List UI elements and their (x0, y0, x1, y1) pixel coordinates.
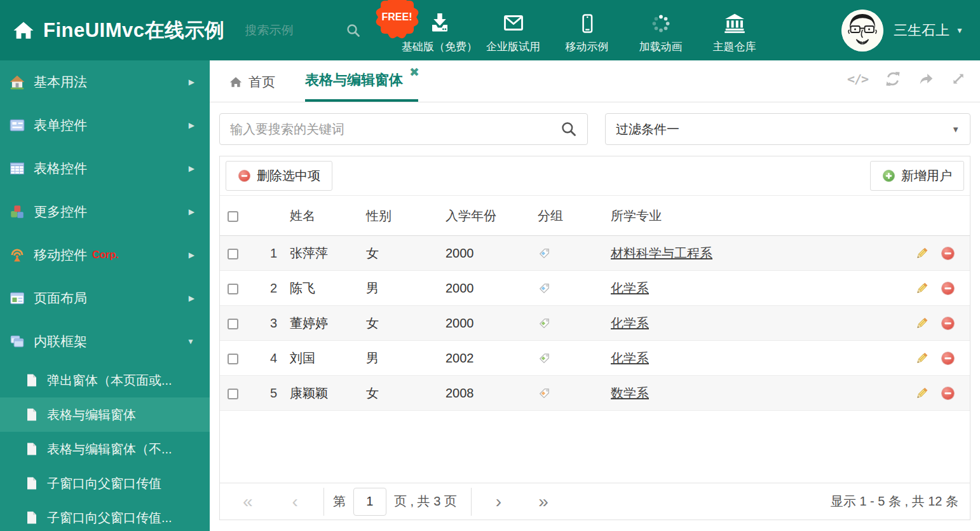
page-icon (25, 476, 38, 490)
cell-name: 董婷婷 (283, 315, 360, 332)
table-body: 1 张萍萍 女 2000 材料科学与工程系 (220, 236, 970, 411)
refresh-icon[interactable] (885, 71, 901, 87)
minus-circle-icon (238, 169, 251, 183)
col-header-group[interactable]: 分组 (531, 207, 604, 224)
sidebar-subitem[interactable]: 子窗口向父窗口传值 (0, 466, 210, 500)
row-number: 2 (255, 281, 283, 296)
app-header: FineUIMvc在线示例 FREE! 基础版（免费） (0, 0, 980, 60)
delete-row-icon[interactable] (941, 281, 955, 296)
nav-theme-repo[interactable]: 主题仓库 (699, 6, 770, 54)
delete-selected-button[interactable]: 删除选中项 (226, 161, 332, 191)
sidebar-submenu: 弹出窗体（本页面或... 表格与编辑窗体 (0, 363, 210, 531)
tab-active-grid-edit-window[interactable]: 表格与编辑窗体 ✖ (305, 71, 403, 90)
maximize-icon[interactable] (951, 71, 966, 86)
edit-pencil-icon[interactable] (915, 316, 929, 331)
row-checkbox[interactable] (228, 249, 238, 259)
tab-home[interactable]: 首页 (229, 73, 275, 91)
first-page-button[interactable]: « (243, 493, 253, 511)
major-link[interactable]: 数学系 (611, 386, 649, 400)
source-code-icon[interactable]: </> (847, 71, 868, 86)
tab-close-icon[interactable]: ✖ (409, 65, 419, 79)
edit-pencil-icon[interactable] (915, 246, 929, 261)
free-badge: FREE! (378, 0, 417, 37)
form-icon (9, 117, 25, 134)
delete-row-icon[interactable] (941, 386, 955, 401)
pagination-bar: « ‹ 第 页 , 共 3 页 › » 显示 1 - 5 条 , 共 12 条 (220, 483, 970, 520)
table-row: 4 刘国 男 2002 化学系 (220, 341, 970, 376)
nav-mobile-demo[interactable]: 移动示例 (552, 6, 623, 54)
major-link[interactable]: 化学系 (611, 316, 649, 330)
sidebar-subitem[interactable]: 子窗口向父窗口传值... (0, 500, 210, 531)
cell-name: 刘国 (283, 350, 360, 367)
page-icon (25, 442, 38, 456)
prev-page-button[interactable]: ‹ (292, 493, 298, 511)
tag-icon (531, 352, 604, 365)
app-logo[interactable]: FineUIMvc在线示例 (13, 17, 225, 44)
sidebar-item-basic-usage[interactable]: 基本用法 ▶ (0, 60, 210, 104)
major-link[interactable]: 化学系 (611, 351, 649, 365)
major-link[interactable]: 材料科学与工程系 (611, 246, 712, 260)
col-header-gender[interactable]: 性别 (360, 207, 439, 224)
delete-row-icon[interactable] (941, 246, 955, 261)
keyword-search-input[interactable] (220, 122, 561, 137)
select-all-checkbox[interactable] (228, 211, 238, 222)
page-suffix-label: 页 , 共 3 页 (394, 493, 457, 510)
sidebar-subitem[interactable]: 表格与编辑窗体（不... (0, 432, 210, 466)
corp-badge: Corp. (92, 249, 119, 261)
cubes-icon (9, 203, 25, 220)
chevron-down-icon: ▼ (187, 337, 194, 346)
grid-panel: 删除选中项 新增用户 姓名 性别 入学年份 分组 所学专业 (219, 156, 970, 520)
row-checkbox[interactable] (228, 354, 238, 364)
home-icon (13, 20, 34, 41)
main-content: 首页 表格与编辑窗体 ✖ </> (210, 60, 980, 531)
plus-circle-icon (882, 169, 895, 183)
user-menu[interactable]: 三生石上 ▼ (841, 10, 963, 52)
sidebar-item-more-controls[interactable]: 更多控件 ▶ (0, 190, 210, 233)
row-checkbox[interactable] (228, 319, 238, 329)
nav-basic-version[interactable]: FREE! 基础版（免费） (404, 6, 475, 54)
download-icon (428, 6, 451, 34)
edit-pencil-icon[interactable] (915, 281, 929, 296)
delete-row-icon[interactable] (941, 316, 955, 331)
col-header-name[interactable]: 姓名 (283, 207, 360, 224)
nav-enterprise-trial[interactable]: 企业版试用 (478, 6, 549, 54)
major-link[interactable]: 化学系 (611, 281, 649, 295)
cell-gender: 女 (360, 245, 439, 262)
filter-dropdown[interactable]: 过滤条件一 ▼ (605, 113, 970, 145)
mobile-icon (576, 6, 598, 34)
table-row: 3 董婷婷 女 2000 化学系 (220, 306, 970, 341)
search-icon[interactable] (346, 23, 361, 38)
cell-year: 2002 (439, 351, 531, 366)
col-header-major[interactable]: 所学专业 (604, 207, 900, 224)
sidebar-item-form-controls[interactable]: 表单控件 ▶ (0, 104, 210, 147)
nav-loading-animation[interactable]: 加载动画 (625, 6, 697, 54)
next-page-button[interactable]: › (496, 493, 501, 511)
row-checkbox[interactable] (228, 389, 238, 399)
divider (323, 488, 324, 516)
last-page-button[interactable]: » (538, 493, 548, 511)
header-search-input[interactable] (245, 24, 334, 38)
search-icon[interactable] (561, 121, 577, 137)
grid-toolbar: 删除选中项 新增用户 (220, 156, 970, 196)
table-header-row: 姓名 性别 入学年份 分组 所学专业 (220, 196, 970, 236)
sidebar-subitem[interactable]: 表格与编辑窗体 (0, 397, 210, 432)
row-checkbox[interactable] (228, 284, 238, 294)
sidebar-item-grid-controls[interactable]: 表格控件 ▶ (0, 147, 210, 190)
col-header-year[interactable]: 入学年份 (439, 207, 531, 224)
delete-row-icon[interactable] (941, 351, 955, 366)
sidebar-item-page-layout[interactable]: 页面布局 ▶ (0, 277, 210, 320)
open-new-window-icon[interactable] (918, 71, 934, 87)
sidebar-subitem[interactable]: 弹出窗体（本页面或... (0, 363, 210, 397)
cell-gender: 男 (360, 350, 439, 367)
cell-year: 2000 (439, 246, 531, 261)
user-name: 三生石上 (894, 21, 949, 40)
sidebar-item-iframe[interactable]: 内联框架 ▼ (0, 320, 210, 363)
edit-pencil-icon[interactable] (915, 351, 929, 366)
cell-gender: 女 (360, 385, 439, 402)
add-user-button[interactable]: 新增用户 (870, 161, 964, 191)
page-number-input[interactable] (353, 488, 386, 516)
chevron-right-icon: ▶ (189, 251, 194, 259)
sidebar-item-mobile-controls[interactable]: 移动控件 Corp. ▶ (0, 233, 210, 277)
edit-pencil-icon[interactable] (915, 386, 929, 401)
house-icon (9, 74, 25, 90)
